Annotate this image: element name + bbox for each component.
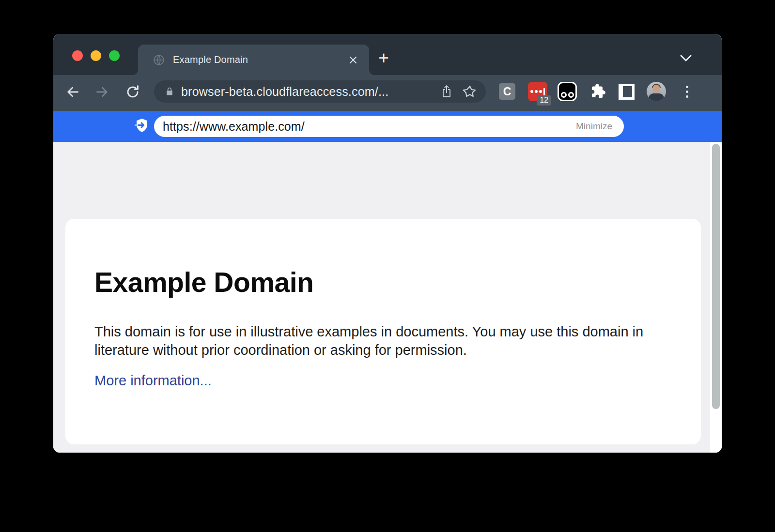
tab-title: Example Domain <box>173 54 340 65</box>
profile-avatar[interactable] <box>647 82 666 101</box>
new-tab-button[interactable]: + <box>374 47 393 70</box>
bookmark-star-icon[interactable] <box>463 84 477 99</box>
chevron-down-icon[interactable] <box>680 54 692 62</box>
lastpass-badge: 12 <box>537 95 551 106</box>
lastpass-extension-icon[interactable]: 12 <box>528 82 547 101</box>
extension-c-label: C <box>503 85 512 98</box>
share-icon[interactable] <box>440 84 453 99</box>
globe-favicon-icon <box>153 54 165 66</box>
forward-icon[interactable] <box>94 84 110 100</box>
address-bar-url: browser-beta.cloudflareaccess.com/... <box>181 85 388 99</box>
avatar-shoulders <box>649 93 664 101</box>
page-viewport: Example Domain This domain is for use in… <box>53 142 722 453</box>
back-icon[interactable] <box>64 84 81 100</box>
glasses-extension-icon[interactable] <box>558 82 577 101</box>
page-paragraph: This domain is for use in illustrative e… <box>94 322 661 359</box>
browser-window: Example Domain + <box>53 34 722 453</box>
tab-example-domain[interactable]: Example Domain <box>138 45 369 75</box>
minimize-button[interactable]: Minimize <box>576 121 612 132</box>
page-title: Example Domain <box>94 266 313 298</box>
isolation-url-value: https://www.example.com/ <box>163 120 305 134</box>
lastpass-dots-icon <box>530 88 545 95</box>
screenshot-stage: Example Domain + <box>0 0 775 532</box>
example-domain-card: Example Domain This domain is for use in… <box>65 219 701 444</box>
more-information-link[interactable]: More information... <box>94 373 212 389</box>
tab-strip: Example Domain + <box>53 34 722 75</box>
isolation-bar: https://www.example.com/ Minimize <box>53 111 722 142</box>
avatar-face <box>652 85 660 93</box>
browser-toolbar: browser-beta.cloudflareaccess.com/... <box>53 75 722 111</box>
isolation-url-input[interactable]: https://www.example.com/ Minimize <box>154 116 624 137</box>
macos-close-button[interactable] <box>72 50 83 61</box>
scrollbar-thumb[interactable] <box>712 144 720 409</box>
macos-zoom-button[interactable] <box>109 50 120 61</box>
side-panel-icon[interactable] <box>619 84 635 100</box>
reload-icon[interactable] <box>124 84 141 100</box>
extension-c-icon[interactable]: C <box>499 83 515 100</box>
lock-icon <box>165 86 174 97</box>
shield-arrow-icon <box>134 118 149 135</box>
extensions-puzzle-icon[interactable] <box>589 83 606 100</box>
tab-close-icon[interactable] <box>348 55 358 65</box>
address-bar[interactable]: browser-beta.cloudflareaccess.com/... <box>154 80 486 103</box>
macos-minimize-button[interactable] <box>91 50 101 61</box>
browser-menu-kebab-icon[interactable] <box>680 82 694 101</box>
